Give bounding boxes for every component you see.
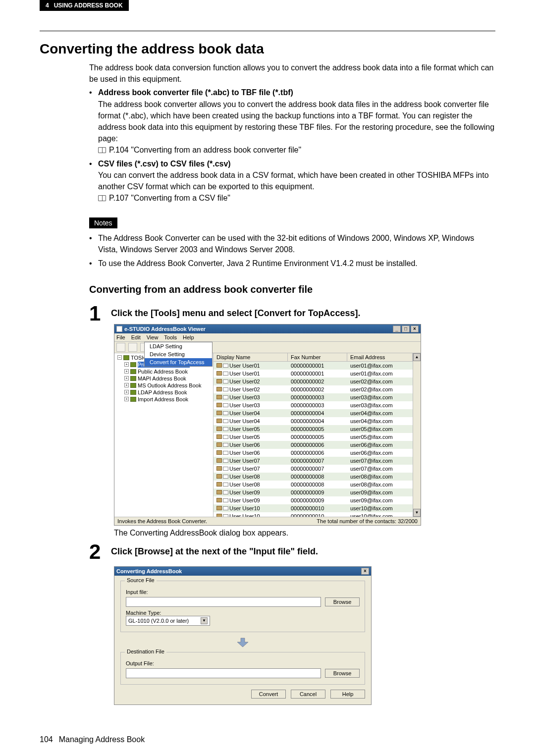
step-text-2: Click [Browse] at the next of the "Input… [111,541,318,557]
table-row[interactable]: User User0900000000009user09@ifax.com [214,488,413,496]
row-name: User User01 [229,371,260,377]
table-row[interactable]: User User0100000000001user01@ifax.com [214,362,413,370]
maximize-button[interactable]: □ [402,325,410,332]
scroll-up-icon[interactable]: ▲ [413,353,421,361]
close-button[interactable]: × [411,325,419,332]
titlebar[interactable]: Converting AddressBook × [114,567,371,576]
table-row[interactable]: User User0400000000004user04@ifax.com [214,409,413,417]
row-fax: 00000000009 [288,497,347,503]
row-email: user05@ifax.com [347,426,413,432]
menu-item-device-setting[interactable]: Device Setting [145,350,212,358]
addressbook-viewer-window: e-STUDIO AddressBook Viewer _ □ × File E… [114,324,421,526]
book-icon [98,195,106,201]
section-heading: Converting the address book data [40,41,495,57]
table-row[interactable]: User User0700000000007user07@ifax.com [214,457,413,465]
row-email: user01@ifax.com [347,371,413,377]
row-name: User User04 [229,418,260,424]
scroll-down-icon[interactable]: ▼ [413,509,421,517]
menu-help[interactable]: Help [183,334,194,340]
table-row[interactable]: User User0300000000003user03@ifax.com [214,401,413,409]
mail-icon [223,467,228,471]
tree-expander-icon[interactable]: + [124,397,129,401]
tree-expander-icon[interactable]: + [124,376,129,380]
row-email: user06@ifax.com [347,450,413,456]
tree-expander-icon[interactable]: + [124,362,129,367]
toolbar-button-2[interactable] [128,343,137,352]
table-row[interactable]: User User0700000000007user07@ifax.com [214,465,413,473]
help-button[interactable]: Help [330,690,365,699]
row-name: User User06 [229,450,260,456]
table-row[interactable]: User User0100000000001user01@ifax.com [214,370,413,378]
row-email: user08@ifax.com [347,482,413,487]
intro-text: The address book data conversion functio… [89,62,495,85]
table-row[interactable]: User User0200000000002user02@ifax.com [214,378,413,385]
column-display-name[interactable]: Display Name [214,353,288,361]
browse-input-button[interactable]: Browse [325,597,360,606]
window-title: e-STUDIO AddressBook Viewer [124,326,206,332]
machine-type-select[interactable]: GL-1010 (V2.0.0 or later) ▼ [126,616,210,626]
chevron-down-icon[interactable]: ▼ [201,617,208,624]
output-file-field[interactable] [126,668,321,678]
table-row[interactable]: User User0900000000009user09@ifax.com [214,496,413,504]
row-fax: 00000000006 [288,442,347,448]
tree-expander-icon[interactable]: − [117,355,122,360]
tree-item-import[interactable]: Import Address Book [138,396,188,402]
table-row[interactable]: User User1000000000010user10@ifax.com [214,504,413,512]
table-row[interactable]: User User0800000000008user08@ifax.com [214,481,413,488]
tree-item-mapi[interactable]: MAPI Address Book [138,376,186,381]
table-row[interactable]: User User1000000000010user10@ifax.com [214,512,413,517]
tree-expander-icon[interactable]: + [124,390,129,394]
menu-file[interactable]: File [116,334,125,340]
minimize-button[interactable]: _ [393,325,401,332]
column-fax-number[interactable]: Fax Number [288,353,347,361]
table-row[interactable]: User User0600000000006user06@ifax.com [214,449,413,457]
row-fax: 00000000004 [288,410,347,416]
toolbar-button-1[interactable] [116,343,125,352]
tree-expander-icon[interactable]: + [124,369,129,374]
mail-icon [223,435,228,439]
column-email[interactable]: Email Address [347,353,413,361]
menu-item-convert-topaccess[interactable]: Convert for TopAccess [145,358,212,366]
close-button[interactable]: × [361,568,369,575]
row-fax: 00000000010 [288,505,347,511]
tree-item-msoutlook[interactable]: MS Outlook Address Book [138,382,201,388]
table-row[interactable]: User User0300000000003user03@ifax.com [214,393,413,401]
input-file-label: Input file: [126,589,360,595]
svg-marker-0 [237,638,248,647]
tree-pane[interactable]: −TOSHIBA Address Book +Private Address B… [114,353,214,517]
titlebar[interactable]: e-STUDIO AddressBook Viewer _ □ × [114,324,421,333]
convert-button[interactable]: Convert [251,690,286,699]
step-number-2: 2 [89,541,104,562]
tree-item-public[interactable]: Public Address Book [138,369,188,375]
row-email: user04@ifax.com [347,418,413,424]
table-row[interactable]: User User0400000000004user04@ifax.com [214,417,413,425]
browse-output-button[interactable]: Browse [325,669,360,678]
menu-item-ldap-setting[interactable]: LDAP Setting [145,342,212,350]
vertical-scrollbar[interactable]: ▲ ▼ [413,353,421,517]
mail-icon [223,475,228,479]
cancel-button[interactable]: Cancel [291,690,325,699]
tree-item-ldap[interactable]: LDAP Address Book [138,389,187,395]
input-file-field[interactable] [126,597,321,607]
row-fax: 00000000007 [288,466,347,472]
table-row[interactable]: User User0800000000008user08@ifax.com [214,473,413,481]
menu-view[interactable]: View [147,334,159,340]
table-row[interactable]: User User0200000000002user02@ifax.com [214,385,413,393]
row-email: user02@ifax.com [347,386,413,392]
row-email: user03@ifax.com [347,394,413,400]
menu-edit[interactable]: Edit [131,334,141,340]
table-row[interactable]: User User0600000000006user06@ifax.com [214,441,413,449]
table-row[interactable]: User User0500000000005user05@ifax.com [214,433,413,441]
app-icon [116,326,122,332]
contact-icon [216,482,222,486]
contact-icon [216,379,222,383]
output-file-label: Output File: [126,660,360,666]
row-name: User User05 [229,426,260,432]
menu-tools[interactable]: Tools [164,334,177,340]
table-row[interactable]: User User0500000000005user05@ifax.com [214,425,413,433]
contact-icon [216,395,222,399]
row-fax: 00000000008 [288,474,347,480]
mail-icon [223,498,228,502]
tree-expander-icon[interactable]: + [124,383,129,387]
contact-icon [216,363,222,368]
